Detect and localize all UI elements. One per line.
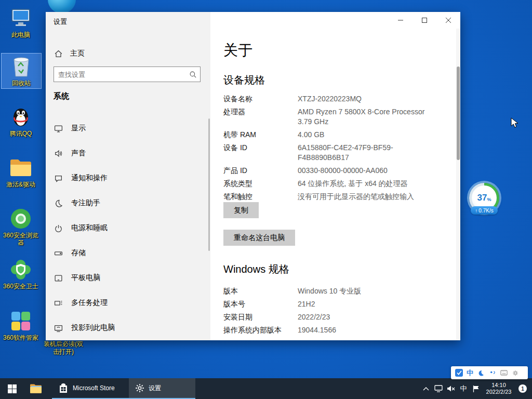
home-icon: [54, 49, 63, 58]
tray-ime-indicator[interactable]: 中: [457, 378, 470, 399]
sidebar-item-notifications[interactable]: 通知和操作: [46, 166, 210, 191]
spec-row: 产品 ID00330-80000-00000-AA060: [223, 166, 440, 176]
content-scrollbar-track[interactable]: [456, 12, 460, 340]
multitask-icon: [54, 299, 63, 308]
search-icon[interactable]: [185, 71, 200, 78]
folder-icon: [9, 156, 32, 179]
sidebar-item-storage[interactable]: 存储: [46, 241, 210, 265]
action-center-button[interactable]: 1: [515, 378, 530, 399]
tray-date: 2022/2/23: [486, 389, 512, 395]
start-button[interactable]: [0, 378, 24, 399]
360-browser-icon: [9, 207, 32, 230]
desktop: 此电脑 回收站 腾讯QQ 激活&驱动 360安全浏览器 360安全卫士: [0, 0, 532, 399]
drive-icon: [54, 249, 63, 258]
moon-icon: [54, 199, 63, 208]
desktop-icon-label: 回收站: [12, 79, 31, 87]
sidebar-item-multitasking[interactable]: 多任务处理: [46, 290, 210, 315]
desktop-icon-360-browser[interactable]: 360安全浏览器: [1, 206, 41, 248]
desktop-icon-label: 此电脑: [11, 31, 30, 38]
window-title: 设置: [54, 17, 67, 26]
desktop-icon-360-manager[interactable]: 360软件管家: [1, 308, 41, 343]
upload-arrow-icon: ↑: [475, 208, 477, 214]
rename-pc-button[interactable]: 重命名这台电脑: [223, 230, 295, 246]
desktop-icon-tencent-qq[interactable]: 腾讯QQ: [1, 104, 41, 139]
speed-ball[interactable]: 37% ↑ 0.7K/s: [469, 183, 499, 213]
minimize-button[interactable]: [389, 12, 413, 29]
360-pinwheel-icon: [9, 310, 32, 332]
window-controls: [389, 12, 460, 29]
chat-bubble-icon: [54, 174, 63, 183]
ime-fullwidth-moon-icon[interactable]: [477, 369, 485, 377]
home-label: 主页: [70, 49, 85, 58]
ime-tools-icon[interactable]: [511, 369, 519, 377]
ime-punctuation-icon[interactable]: [488, 369, 496, 377]
spec-row: 版本号21H2: [223, 299, 440, 309]
windows-spec-heading: Windows 规格: [223, 262, 289, 276]
sidebar-section-system: 系统: [54, 91, 69, 101]
ime-logo-icon[interactable]: [455, 369, 463, 377]
taskbar-item-label: 设置: [149, 384, 161, 393]
sidebar-scrollbar[interactable]: [208, 118, 210, 251]
page-title: 关于: [223, 41, 252, 60]
ime-language-mode[interactable]: 中: [467, 369, 473, 377]
gear-icon: [135, 383, 144, 393]
file-explorer-button[interactable]: [24, 378, 48, 399]
spec-row: 机带 RAM4.00 GB: [223, 130, 440, 140]
tray-time: 14:10: [491, 382, 506, 389]
ime-toolbar: 中: [451, 366, 528, 379]
sidebar-item-display[interactable]: 显示: [46, 116, 210, 141]
taskbar-item-microsoft-store[interactable]: Microsoft Store: [52, 378, 129, 399]
desktop-icon-this-pc[interactable]: 此电脑: [1, 5, 41, 40]
speaker-icon: [54, 149, 63, 158]
tray-clock[interactable]: 14:10 2022/2/23: [482, 378, 515, 399]
spec-row: 安装日期2022/2/23: [223, 312, 440, 322]
close-button[interactable]: [436, 12, 460, 29]
recycle-bin-icon: [10, 55, 33, 78]
microsoft-store-icon: [58, 383, 69, 393]
this-pc-icon: [9, 7, 32, 30]
tray-volume-muted-icon[interactable]: [445, 378, 457, 399]
taskbar-item-settings[interactable]: 设置: [129, 378, 195, 399]
spec-row: 笔和触控没有可用于此显示器的笔或触控输入: [223, 192, 440, 202]
desktop-icon-360-safe[interactable]: 360安全卫士: [1, 257, 41, 291]
desktop-icon-label: 激活&驱动: [6, 181, 35, 188]
desktop-icon-activate-driver[interactable]: 激活&驱动: [1, 155, 41, 190]
copy-button[interactable]: 复制: [223, 202, 259, 218]
device-spec-heading: 设备规格: [223, 73, 265, 87]
spec-row: 设备名称XTZJ-20220223MQ: [223, 94, 440, 104]
settings-window: 设置 主页 系统 显示 声音: [46, 12, 460, 340]
sidebar-item-tablet[interactable]: 平板电脑: [46, 265, 210, 290]
spec-row: 版本Windows 10 专业版: [223, 286, 440, 296]
desktop-icon-readme-label[interactable]: 装机后必读(双击打开): [44, 340, 83, 356]
mouse-cursor: [511, 117, 518, 131]
sidebar-item-focus-assist[interactable]: 专注助手: [46, 191, 210, 216]
ime-keyboard-icon[interactable]: [500, 369, 508, 377]
sidebar-item-sound[interactable]: 声音: [46, 141, 210, 166]
power-icon: [54, 224, 63, 233]
projecting-icon: [54, 324, 63, 332]
sidebar-item-home[interactable]: 主页: [50, 44, 206, 63]
tray-flag-icon[interactable]: [470, 378, 482, 399]
notification-count-badge: 1: [518, 384, 527, 393]
display-icon: [54, 124, 63, 133]
settings-content: 关于 设备规格 设备名称XTZJ-20220223MQ 处理器AMD Ryzen…: [210, 12, 460, 340]
maximize-button[interactable]: [413, 12, 436, 29]
spec-row: 系统类型64 位操作系统, 基于 x64 的处理器: [223, 179, 440, 189]
device-spec-rows: 设备名称XTZJ-20220223MQ 处理器AMD Ryzen 7 5800X…: [223, 94, 440, 205]
desktop-icon-recycle-bin[interactable]: 回收站: [1, 53, 42, 89]
tray-chevron-up-icon[interactable]: [420, 378, 432, 399]
search-input[interactable]: [54, 71, 185, 78]
desktop-icon-label: 360安全卫士: [3, 283, 38, 290]
tray-network-icon[interactable]: [432, 378, 445, 399]
network-speed-pill: ↑ 0.7K/s: [471, 206, 498, 215]
360-shield-icon: [9, 258, 32, 281]
tablet-icon: [54, 274, 63, 283]
taskbar: Microsoft Store 设置 中 14:10 2022/2/23: [0, 378, 532, 399]
settings-search-box: [54, 66, 201, 82]
spec-row: 操作系统内部版本19044.1566: [223, 325, 440, 335]
sidebar-item-power-sleep[interactable]: 电源和睡眠: [46, 216, 210, 241]
desktop-icon-label: 360软件管家: [3, 334, 38, 341]
spec-row: 设备 ID6A15880F-C4E2-47F9-BF59-F4B8890B6B1…: [223, 143, 440, 163]
sidebar-item-projecting[interactable]: 投影到此电脑: [46, 315, 210, 340]
content-scrollbar-thumb[interactable]: [457, 66, 460, 160]
